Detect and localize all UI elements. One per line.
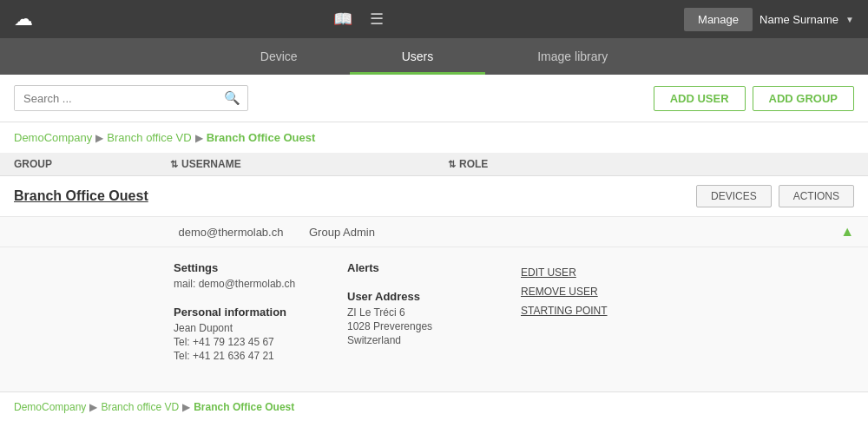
- settings-mail: mail: demo@thermolab.ch: [174, 278, 347, 290]
- alerts-section: Alerts: [347, 261, 521, 274]
- breadcrumb-branch[interactable]: Branch office VD: [107, 131, 191, 144]
- remove-user-button[interactable]: REMOVE USER: [521, 284, 598, 299]
- tab-image-library-label: Image library: [537, 49, 608, 63]
- user-role: Group Admin: [292, 226, 465, 239]
- address-line3: Switzerland: [347, 334, 521, 346]
- sort-role-icon: ⇅: [448, 159, 456, 170]
- bottom-bc-arrow2: ▶: [182, 401, 190, 413]
- tab-device-label: Device: [260, 49, 298, 63]
- address-section: User Address ZI Le Tréci 6 1028 Preveren…: [347, 290, 521, 346]
- expand-user-button[interactable]: ▲: [840, 224, 854, 240]
- secondary-navigation: Device Users Image library: [0, 38, 868, 75]
- add-group-button[interactable]: ADD GROUP: [753, 86, 854, 111]
- personal-info-title: Personal information: [174, 306, 347, 319]
- address-line1: ZI Le Tréci 6: [347, 306, 521, 319]
- actions-button[interactable]: ACTIONS: [779, 185, 854, 207]
- group-name: Branch Office Ouest: [14, 188, 431, 204]
- alerts-title: Alerts: [347, 261, 521, 274]
- breadcrumb-current: Branch Office Ouest: [207, 131, 316, 144]
- tab-device[interactable]: Device: [208, 38, 350, 75]
- detail-actions: EDIT USER REMOVE USER STARTING POINT: [521, 261, 694, 378]
- tab-users-label: Users: [402, 49, 434, 63]
- add-user-button[interactable]: ADD USER: [654, 86, 746, 111]
- logo-area: ☁: [14, 8, 33, 30]
- detail-right: Alerts User Address ZI Le Tréci 6 1028 P…: [347, 261, 521, 378]
- group-row: Branch Office Ouest DEVICES ACTIONS: [0, 176, 868, 217]
- top-navigation: ☁ 📖 ☰ Manage Name Surname ▼: [0, 0, 868, 38]
- search-input[interactable]: [15, 87, 217, 110]
- user-email: demo@thermolab.ch: [14, 226, 292, 239]
- search-icon: 🔍: [224, 90, 240, 105]
- user-menu-chevron-icon[interactable]: ▼: [845, 15, 854, 24]
- col-header-username[interactable]: ⇅ USERNAME: [170, 158, 448, 170]
- bottom-bc-current: Branch Office Ouest: [194, 401, 294, 413]
- cloud-icon: ☁: [14, 8, 33, 30]
- address-title: User Address: [347, 290, 521, 303]
- bottom-bc-company[interactable]: DemoCompany: [14, 401, 86, 413]
- personal-tel2: Tel: +41 21 636 47 21: [174, 350, 347, 362]
- breadcrumb: DemoCompany ▶ Branch office VD ▶ Branch …: [0, 122, 868, 153]
- breadcrumb-company[interactable]: DemoCompany: [14, 131, 92, 144]
- col-header-role[interactable]: ⇅ ROLE: [448, 158, 621, 170]
- edit-user-button[interactable]: EDIT USER: [521, 265, 576, 280]
- toolbar: 🔍 ADD USER ADD GROUP: [0, 75, 868, 122]
- top-nav-center: 📖 ☰: [333, 10, 384, 29]
- search-button[interactable]: 🔍: [217, 86, 247, 110]
- group-actions: DEVICES ACTIONS: [696, 185, 854, 207]
- tab-image-library[interactable]: Image library: [485, 38, 660, 75]
- personal-tel1: Tel: +41 79 123 45 67: [174, 336, 347, 348]
- col-role-label: ROLE: [459, 158, 488, 170]
- toolbar-actions: ADD USER ADD GROUP: [654, 86, 854, 111]
- col-header-group: GROUP: [14, 158, 170, 170]
- devices-button[interactable]: DEVICES: [696, 185, 772, 207]
- sort-username-icon: ⇅: [170, 159, 178, 170]
- list-icon[interactable]: ☰: [370, 10, 384, 29]
- starting-point-button[interactable]: STARTING POINT: [521, 303, 608, 319]
- user-name: Name Surname: [760, 13, 838, 26]
- bottom-breadcrumb: DemoCompany ▶ Branch office VD ▶ Branch …: [0, 392, 868, 422]
- settings-section: Settings mail: demo@thermolab.ch: [174, 261, 347, 290]
- main-content: DemoCompany ▶ Branch office VD ▶ Branch …: [0, 122, 868, 434]
- search-box: 🔍: [14, 85, 248, 111]
- settings-title: Settings: [174, 261, 347, 274]
- col-username-label: USERNAME: [181, 158, 241, 170]
- personal-name: Jean Dupont: [174, 322, 347, 334]
- bottom-bc-branch[interactable]: Branch office VD: [101, 401, 179, 413]
- breadcrumb-arrow-1: ▶: [95, 132, 103, 144]
- detail-left: Settings mail: demo@thermolab.ch Persona…: [174, 261, 347, 378]
- manage-button[interactable]: Manage: [684, 8, 753, 31]
- breadcrumb-arrow-2: ▶: [195, 132, 203, 144]
- top-nav-right: Manage Name Surname ▼: [684, 8, 854, 31]
- user-detail-panel: Settings mail: demo@thermolab.ch Persona…: [0, 247, 868, 392]
- bottom-bc-arrow1: ▶: [89, 401, 97, 413]
- book-icon[interactable]: 📖: [333, 10, 352, 29]
- personal-info-section: Personal information Jean Dupont Tel: +4…: [174, 306, 347, 362]
- address-line2: 1028 Preverenges: [347, 320, 521, 332]
- tab-users[interactable]: Users: [350, 38, 486, 75]
- table-header: GROUP ⇅ USERNAME ⇅ ROLE: [0, 153, 868, 176]
- user-row: demo@thermolab.ch Group Admin ▲: [0, 217, 868, 247]
